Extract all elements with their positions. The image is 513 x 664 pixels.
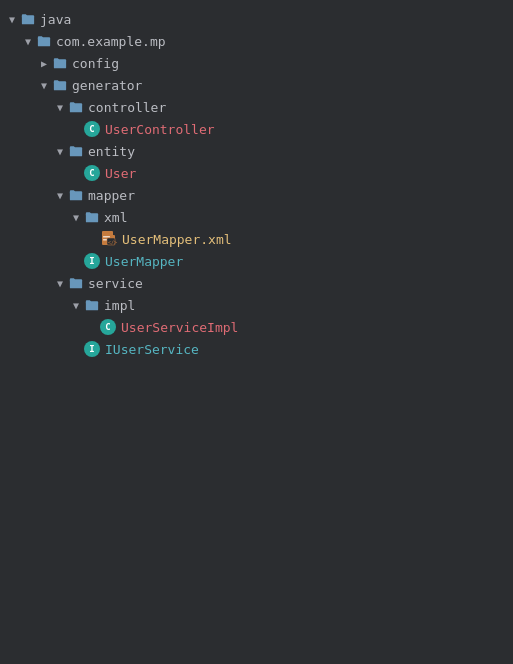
chevron-com-example-mp: ▼ bbox=[20, 33, 36, 49]
badge-user-service-impl: C bbox=[100, 319, 116, 335]
folder-icon-java bbox=[20, 11, 36, 27]
chevron-service: ▼ bbox=[52, 275, 68, 291]
tree-item-service[interactable]: ▼ service bbox=[0, 272, 513, 294]
label-config: config bbox=[72, 56, 119, 71]
badge-user: C bbox=[84, 165, 100, 181]
label-service: service bbox=[88, 276, 143, 291]
badge-user-controller: C bbox=[84, 121, 100, 137]
label-generator: generator bbox=[72, 78, 142, 93]
folder-icon-com-example-mp bbox=[36, 33, 52, 49]
folder-icon-service bbox=[68, 275, 84, 291]
label-controller: controller bbox=[88, 100, 166, 115]
chevron-entity: ▼ bbox=[52, 143, 68, 159]
chevron-xml: ▼ bbox=[68, 209, 84, 225]
svg-rect-10 bbox=[103, 236, 110, 238]
badge-iuser-service: I bbox=[84, 341, 100, 357]
chevron-generator: ▼ bbox=[36, 77, 52, 93]
tree-item-entity[interactable]: ▼ entity bbox=[0, 140, 513, 162]
badge-user-mapper: I bbox=[84, 253, 100, 269]
xml-file-icon: </> bbox=[100, 230, 118, 248]
folder-icon-xml bbox=[84, 209, 100, 225]
label-user: User bbox=[105, 166, 136, 181]
folder-icon-generator bbox=[52, 77, 68, 93]
label-iuser-service: IUserService bbox=[105, 342, 199, 357]
svg-text:</>: </> bbox=[108, 239, 117, 245]
folder-icon-entity bbox=[68, 143, 84, 159]
label-user-mapper: UserMapper bbox=[105, 254, 183, 269]
tree-item-user[interactable]: C User bbox=[0, 162, 513, 184]
label-entity: entity bbox=[88, 144, 135, 159]
label-user-mapper-xml: UserMapper.xml bbox=[122, 232, 232, 247]
chevron-java: ▼ bbox=[4, 11, 20, 27]
chevron-mapper: ▼ bbox=[52, 187, 68, 203]
tree-item-user-controller[interactable]: C UserController bbox=[0, 118, 513, 140]
tree-item-user-mapper[interactable]: I UserMapper bbox=[0, 250, 513, 272]
label-user-controller: UserController bbox=[105, 122, 215, 137]
tree-item-iuser-service[interactable]: I IUserService bbox=[0, 338, 513, 360]
tree-item-mapper[interactable]: ▼ mapper bbox=[0, 184, 513, 206]
label-com-example-mp: com.example.mp bbox=[56, 34, 166, 49]
folder-icon-impl bbox=[84, 297, 100, 313]
tree-item-impl[interactable]: ▼ impl bbox=[0, 294, 513, 316]
label-impl: impl bbox=[104, 298, 135, 313]
folder-icon-controller bbox=[68, 99, 84, 115]
tree-item-controller[interactable]: ▼ controller bbox=[0, 96, 513, 118]
tree-item-java[interactable]: ▼ java bbox=[0, 8, 513, 30]
label-user-service-impl: UserServiceImpl bbox=[121, 320, 238, 335]
chevron-controller: ▼ bbox=[52, 99, 68, 115]
tree-item-com-example-mp[interactable]: ▼ com.example.mp bbox=[0, 30, 513, 52]
chevron-config: ▶ bbox=[36, 55, 52, 71]
chevron-impl: ▼ bbox=[68, 297, 84, 313]
label-java: java bbox=[40, 12, 71, 27]
file-tree: ▼ java ▼ com.example.mp ▶ bbox=[0, 0, 513, 368]
tree-item-generator[interactable]: ▼ generator bbox=[0, 74, 513, 96]
tree-item-config[interactable]: ▶ config bbox=[0, 52, 513, 74]
tree-item-user-mapper-xml[interactable]: </> UserMapper.xml bbox=[0, 228, 513, 250]
tree-item-xml[interactable]: ▼ xml bbox=[0, 206, 513, 228]
label-mapper: mapper bbox=[88, 188, 135, 203]
folder-icon-mapper bbox=[68, 187, 84, 203]
folder-icon-config bbox=[52, 55, 68, 71]
label-xml: xml bbox=[104, 210, 127, 225]
tree-item-user-service-impl[interactable]: C UserServiceImpl bbox=[0, 316, 513, 338]
